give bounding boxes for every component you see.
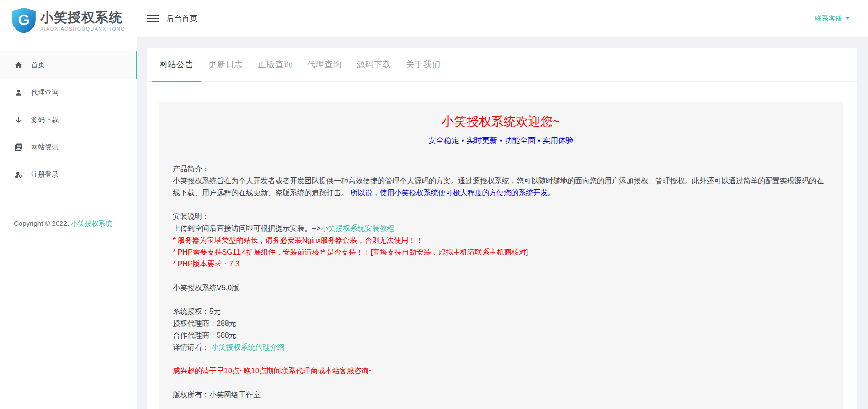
chevron-down-icon [845,17,850,20]
download-icon [14,116,23,124]
sidebar: G 小笑授权系统 XIAOXIAOSHOUQUANXITONG 首页代理查询源码… [0,0,137,409]
inline-link[interactable]: 小笑授权系统代理介绍 [211,343,284,351]
text-segment: 所以说，使用小笑授权系统便可极大程度的方便您的系统开发。 [348,189,555,197]
announcement-title: 小笑授权系统欢迎您~ [173,114,829,129]
text-segment: * PHP需要支持SG11.4扩展组件，安装前请核查是否支持！！[宝塔支持自助安… [173,248,528,256]
svg-text:G: G [18,12,29,28]
announcement-line: 详情请看： 小笑授权系统代理介绍 [173,341,829,353]
tab-3[interactable]: 代理查询 [300,48,349,82]
home-icon [14,61,23,69]
announcement-line: 系统授权：5元 [173,306,829,318]
text-segment: 授权代理商：288元 [173,319,236,327]
announcement-line: 安装说明： [173,211,829,223]
announcement-line: 授权代理商：288元 [173,318,829,329]
announcement-blank-line [173,353,829,365]
announcement-card: 网站公告更新日志正版查询代理查询源码下载关于我们 小笑授权系统欢迎您~ 安全稳定… [147,48,857,409]
announcement-blank-line [173,377,829,389]
hamburger-menu-icon[interactable] [147,13,159,24]
copyright-brand-link[interactable]: 小笑授权系统 [71,219,112,227]
sidebar-copyright: Copyright © 2022. 小笑授权系统 [0,218,137,229]
announcement-line: 合作代理商：588元 [173,329,829,341]
sidebar-item-label: 首页 [31,61,45,69]
brand-shield-logo-icon: G [12,8,36,33]
announcement-line: 版权所有：小笑网络工作室 [173,389,829,401]
inline-link[interactable]: 小笑授权系统安装教程 [321,224,394,232]
tab-0[interactable]: 网站公告 [152,48,201,82]
sidebar-divider [0,202,137,202]
announcement-body: 产品简介：小笑授权系统旨在为个人开发者或者开发团队提供一种高效便捷的管理个人源码… [173,163,829,401]
contact-service-dropdown[interactable]: 联系客服 [815,14,850,23]
text-segment: 安装说明： [173,212,209,220]
sidebar-item-label: 注册登录 [31,170,59,179]
text-segment: 感兴趣的请于早10点~晚10点期间联系代理商或本站客服咨询~ [173,367,373,375]
tab-2[interactable]: 正版查询 [250,48,300,82]
sidebar-item-4[interactable]: 注册登录 [0,161,137,188]
announcement-line: * PHP需要支持SG11.4扩展组件，安装前请核查是否支持！！[宝塔支持自助安… [173,246,829,258]
announcement-line: * 服务器为宝塔类型的站长，请务必安装Nginx服务器套装，否则无法使用！！ [173,234,829,246]
copyright-text: Copyright © 2022. [14,219,71,227]
announcement-panel: 小笑授权系统欢迎您~ 安全稳定 • 实时更新 • 功能全面 • 实用体验 产品简… [159,102,843,409]
sidebar-item-label: 网站资讯 [31,143,59,152]
text-segment: 小笑授权系统V5.0版 [173,284,239,292]
sidebar-menu: 首页代理查询源码下载网站资讯注册登录 [0,41,137,188]
text-segment: * PHP版本要求：7.3 [173,260,240,268]
text-segment: 产品简介： [173,165,209,173]
brand: G 小笑授权系统 XIAOXIAOSHOUQUANXITONG [0,0,137,41]
announcement-line: * PHP版本要求：7.3 [173,258,829,270]
news-icon [14,143,23,152]
sidebar-item-label: 代理查询 [31,88,59,97]
brand-title: 小笑授权系统 [40,10,125,25]
text-segment: 上传到空间后直接访问即可根据提示安装。--> [173,224,321,232]
brand-subtitle: XIAOXIAOSHOUQUANXITONG [40,26,125,32]
sidebar-item-0[interactable]: 首页 [0,51,137,79]
main-content: 网站公告更新日志正版查询代理查询源码下载关于我们 小笑授权系统欢迎您~ 安全稳定… [137,37,868,409]
contact-service-label: 联系客服 [815,14,842,23]
tab-bar: 网站公告更新日志正版查询代理查询源码下载关于我们 [147,48,857,82]
announcement-line: 小笑授权系统V5.0版 [173,282,829,294]
tab-5[interactable]: 关于我们 [399,48,448,82]
announcement-line: 产品简介： [173,163,829,175]
announcement-line: 小笑授权系统旨在为个人开发者或者开发团队提供一种高效便捷的管理个人源码的方案。通… [173,175,829,199]
announcement-blank-line [173,199,829,211]
text-segment: 版权所有：小笑网络工作室 [173,391,261,398]
tab-4[interactable]: 源码下载 [349,48,399,82]
announcement-subtitle: 安全稳定 • 实时更新 • 功能全面 • 实用体验 [173,135,829,146]
person-icon [14,88,23,97]
text-segment: 详情请看： [173,343,211,351]
page-title: 后台首页 [166,13,197,24]
sidebar-item-2[interactable]: 源码下载 [0,106,137,133]
announcement-line: 感兴趣的请于早10点~晚10点期间联系代理商或本站客服咨询~ [173,365,829,377]
text-segment: 合作代理商：588元 [173,331,236,339]
register-icon [14,170,23,179]
text-segment: * 服务器为宝塔类型的站长，请务必安装Nginx服务器套装，否则无法使用！！ [173,236,423,244]
topbar: 后台首页 联系客服 [137,0,868,37]
sidebar-item-label: 源码下载 [31,116,59,124]
tab-1[interactable]: 更新日志 [201,48,250,82]
text-segment: 系统授权：5元 [173,308,221,315]
sidebar-item-3[interactable]: 网站资讯 [0,133,137,161]
announcement-blank-line [173,270,829,282]
announcement-blank-line [173,294,829,306]
announcement-line: 上传到空间后直接访问即可根据提示安装。-->小笑授权系统安装教程 [173,223,829,234]
sidebar-item-1[interactable]: 代理查询 [0,79,137,106]
